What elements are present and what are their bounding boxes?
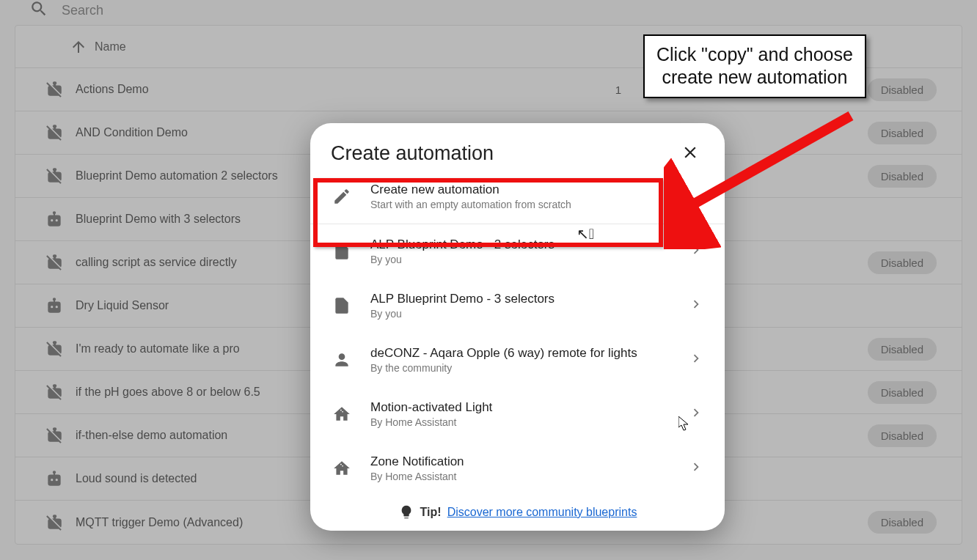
home-assistant-icon [331, 405, 353, 424]
option-subtitle: By you [370, 308, 670, 320]
option-title: ALP Blueprint Demo - 2 selectors [370, 237, 670, 252]
option-title: deCONZ - Aqara Opple (6 way) remote for … [370, 346, 670, 361]
pencil-icon [331, 187, 353, 206]
blueprint-option[interactable]: Motion-activated LightBy Home Assistant [310, 387, 725, 441]
option-title: Create new automation [370, 183, 704, 197]
create-new-automation-option[interactable]: Create new automationStart with an empty… [310, 169, 725, 224]
option-subtitle: By Home Assistant [370, 416, 670, 428]
create-automation-dialog: Create automation Create new automationS… [310, 123, 725, 531]
chevron-right-icon [688, 296, 704, 315]
close-button[interactable] [681, 143, 700, 165]
file-icon [331, 242, 353, 261]
option-title: Motion-activated Light [370, 400, 670, 415]
chevron-right-icon [688, 405, 704, 424]
chevron-right-icon [688, 459, 704, 478]
blueprint-option[interactable]: ALP Blueprint Demo - 3 selectorsBy you [310, 279, 725, 333]
person-icon [331, 350, 353, 369]
blueprint-option[interactable]: deCONZ - Aqara Opple (6 way) remote for … [310, 333, 725, 387]
dialog-tip: Tip! Discover more community blueprints [310, 495, 725, 531]
option-subtitle: By Home Assistant [370, 471, 670, 482]
option-subtitle: Start with an empty automation from scra… [370, 199, 704, 210]
option-title: Zone Notification [370, 454, 670, 469]
home-assistant-icon [331, 459, 353, 478]
option-subtitle: By you [370, 254, 670, 265]
chevron-right-icon [688, 350, 704, 369]
dialog-title: Create automation [331, 142, 494, 165]
tip-link[interactable]: Discover more community blueprints [447, 506, 637, 519]
file-icon [331, 296, 353, 315]
callout-line2: create new automation [656, 66, 853, 89]
chevron-right-icon [688, 242, 704, 261]
blueprint-option[interactable]: Zone NotificationBy Home Assistant [310, 441, 725, 495]
instruction-callout: Click "copy" and choose create new autom… [643, 34, 866, 98]
option-title: ALP Blueprint Demo - 3 selectors [370, 292, 670, 306]
lightbulb-icon [398, 504, 414, 520]
callout-line1: Click "copy" and choose [656, 43, 853, 66]
tip-label: Tip! [420, 506, 442, 519]
blueprint-option[interactable]: ALP Blueprint Demo - 2 selectorsBy you [310, 224, 725, 279]
option-subtitle: By the community [370, 362, 670, 374]
